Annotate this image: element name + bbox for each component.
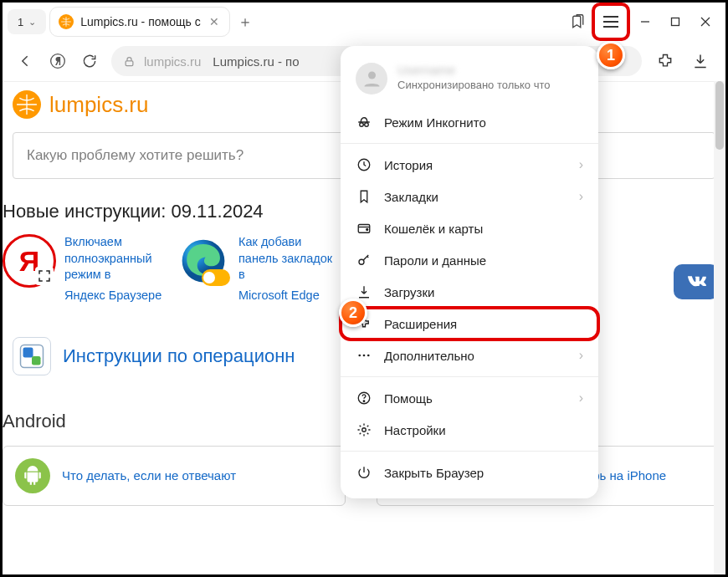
svg-point-20 [367, 355, 370, 357]
svg-point-17 [359, 259, 364, 264]
menu-user-subtitle: Синхронизировано только что [397, 77, 551, 91]
annotation-badge-1: 1 [597, 41, 625, 69]
vertical-scrollbar[interactable] [714, 81, 725, 574]
chevron-right-icon: › [579, 348, 583, 363]
svg-point-16 [367, 229, 368, 231]
toggle-icon [202, 269, 230, 286]
new-tab-button[interactable]: ＋ [233, 10, 257, 33]
menu-separator [341, 451, 598, 452]
yandex-browser-icon: Я [3, 234, 56, 288]
badge-1-text: 1 [607, 47, 615, 64]
tab-favicon-icon [59, 14, 74, 29]
svg-point-13 [365, 123, 369, 127]
key-icon [356, 252, 372, 268]
window-titlebar: 1 ⌄ Lumpics.ru - помощь с ✕ ＋ [3, 3, 725, 41]
window-maximize-button[interactable] [660, 7, 690, 37]
android-icon [15, 458, 50, 493]
url-text: lumpics.ru [144, 54, 201, 69]
menu-label: Пароли и данные [384, 253, 583, 268]
chevron-down-icon: ⌄ [28, 17, 36, 28]
menu-label: Кошелёк и карты [384, 222, 583, 236]
gear-icon [356, 421, 372, 438]
menu-label: Расширения [384, 317, 583, 331]
menu-separator [341, 376, 598, 377]
menu-label: Дополнительно [384, 349, 567, 363]
menu-label: Загрузки [384, 285, 583, 299]
menu-item-close-browser[interactable]: Закрыть Браузер [341, 457, 598, 488]
menu-label: Настройки [384, 423, 583, 437]
window-close-button[interactable] [690, 7, 720, 37]
main-menu-button[interactable] [597, 8, 625, 36]
badge-2-text: 2 [349, 304, 357, 322]
menu-item-history[interactable]: История › [341, 149, 598, 181]
reload-button[interactable] [79, 51, 100, 71]
platform-heading-android: Android [3, 411, 351, 446]
menu-item-extensions[interactable]: Расширения [341, 308, 598, 340]
svg-point-18 [358, 355, 361, 357]
annotation-badge-2: 2 [339, 299, 367, 327]
menu-label: Помощь [384, 391, 567, 406]
menu-item-bookmarks[interactable]: Закладки › [341, 181, 598, 212]
download-icon [356, 283, 372, 300]
os-section-link[interactable]: Инструкции по операционн [63, 345, 295, 367]
svg-rect-3 [126, 60, 133, 65]
main-menu-dropdown: Username Синхронизировано только что Реж… [341, 46, 598, 498]
svg-point-22 [363, 401, 365, 402]
ellipsis-icon [356, 347, 372, 364]
lock-icon [123, 55, 136, 68]
svg-rect-7 [23, 347, 33, 357]
menu-label: История [384, 158, 567, 172]
chevron-right-icon: › [579, 157, 583, 172]
avatar-icon [356, 63, 387, 94]
menu-item-wallet[interactable]: Кошелёк и карты [341, 212, 598, 244]
chevron-right-icon: › [579, 189, 583, 204]
card-edge-sub: Microsoft Edge [238, 283, 339, 302]
search-placeholder: Какую проблему хотите решить? [27, 147, 244, 164]
menu-button-highlight [592, 3, 630, 41]
fullscreen-icon [35, 267, 54, 285]
brand-logo-icon [13, 90, 41, 119]
card-edge[interactable]: Как добави панель закладок в Microsoft E… [177, 234, 339, 302]
menu-user-section[interactable]: Username Синхронизировано только что [341, 59, 598, 106]
help-icon [356, 390, 372, 406]
extensions-toolbar-icon[interactable] [654, 49, 677, 73]
bookmark-icon [356, 188, 372, 205]
menu-separator [341, 143, 598, 144]
active-tab[interactable]: Lumpics.ru - помощь с ✕ [49, 7, 229, 37]
menu-item-help[interactable]: Помощь › [341, 382, 598, 414]
card-yandex[interactable]: Я Включаем полноэкранный режим в Яндекс … [3, 234, 165, 302]
bookmark-all-icon[interactable] [563, 8, 592, 36]
yandex-logo-icon[interactable] [48, 51, 68, 71]
menu-label: Режим Инкогнито [384, 115, 583, 130]
svg-rect-1 [672, 18, 679, 26]
svg-point-12 [360, 123, 364, 127]
svg-rect-8 [32, 356, 41, 365]
edge-browser-icon [177, 234, 230, 288]
menu-item-downloads[interactable]: Загрузки [341, 276, 598, 308]
history-icon [356, 156, 372, 173]
android-article-link: Что делать, если не отвечают [62, 467, 236, 484]
tab-title: Lumpics.ru - помощь с [80, 15, 200, 28]
page-title-text: Lumpics.ru - по [213, 54, 299, 69]
power-icon [356, 464, 372, 481]
downloads-icon[interactable] [689, 49, 712, 73]
tab-close-icon[interactable]: ✕ [208, 15, 221, 28]
android-article-card[interactable]: Что делать, если не отвечают [3, 446, 346, 506]
menu-item-incognito[interactable]: Режим Инкогнито [341, 106, 598, 138]
incognito-icon [356, 114, 372, 130]
chevron-right-icon: › [579, 391, 583, 406]
menu-item-more[interactable]: Дополнительно › [341, 340, 598, 371]
menu-item-settings[interactable]: Настройки [341, 414, 598, 446]
menu-label: Закладки [384, 190, 567, 204]
vk-share-button[interactable] [674, 264, 719, 299]
tab-counter[interactable]: 1 ⌄ [8, 9, 46, 34]
scrollbar-thumb[interactable] [715, 81, 724, 150]
window-minimize-button[interactable] [630, 7, 660, 37]
back-button[interactable] [16, 51, 36, 71]
tab-counter-value: 1 [18, 16, 23, 28]
menu-item-passwords[interactable]: Пароли и данные [341, 244, 598, 276]
svg-point-19 [363, 355, 366, 357]
wallet-icon [356, 220, 372, 237]
brand-text: lumpics.ru [49, 92, 148, 118]
platform-col-android: Android Что делать, если не отвечают [3, 411, 351, 506]
